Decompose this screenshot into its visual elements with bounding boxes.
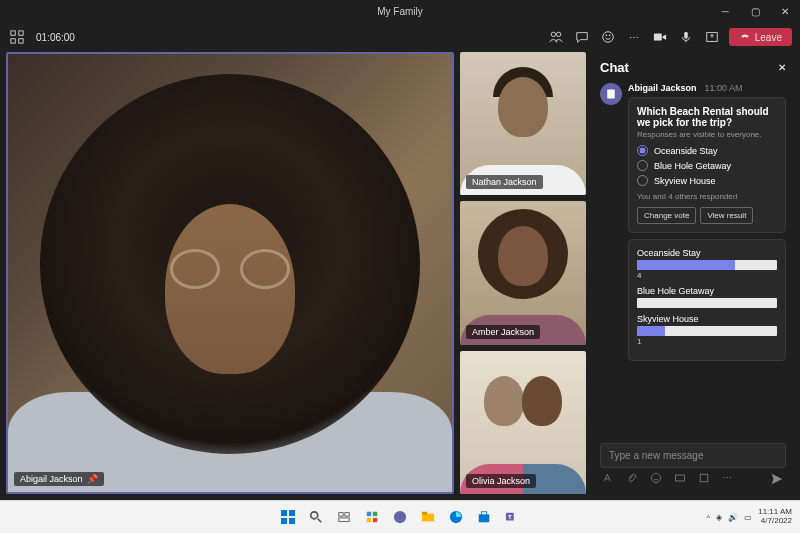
svg-rect-2 xyxy=(11,39,15,43)
emoji-icon[interactable] xyxy=(650,472,664,486)
explorer-icon[interactable] xyxy=(417,506,439,528)
people-icon[interactable] xyxy=(547,28,565,46)
svg-rect-25 xyxy=(345,513,349,517)
svg-point-23 xyxy=(311,512,318,519)
minimize-button[interactable]: ─ xyxy=(710,0,740,22)
store-icon[interactable] xyxy=(473,506,495,528)
svg-rect-10 xyxy=(684,32,688,39)
windows-taskbar[interactable]: T ^ ◈ 🔊 ▭ 11:11 AM 4/7/2022 xyxy=(0,500,800,533)
start-icon[interactable] xyxy=(277,506,299,528)
result-label: Blue Hole Getaway xyxy=(637,286,777,296)
chat-taskbar-icon[interactable] xyxy=(389,506,411,528)
change-vote-button[interactable]: Change vote xyxy=(637,207,696,224)
reactions-icon[interactable] xyxy=(599,28,617,46)
volume-icon[interactable]: 🔊 xyxy=(728,513,738,522)
poll-card: Which Beach Rental should we pick for th… xyxy=(628,97,786,233)
edge-icon[interactable] xyxy=(445,506,467,528)
poll-subtitle: Responses are visible to everyone. xyxy=(637,130,777,139)
task-view-icon[interactable] xyxy=(333,506,355,528)
svg-rect-32 xyxy=(422,514,434,522)
svg-text:T: T xyxy=(508,513,512,520)
more-icon[interactable]: ⋯ xyxy=(625,28,643,46)
widgets-icon[interactable] xyxy=(361,506,383,528)
view-result-button[interactable]: View result xyxy=(700,207,753,224)
participant-name: Amber Jackson xyxy=(472,327,534,337)
poll-question: Which Beach Rental should we pick for th… xyxy=(637,106,777,128)
svg-rect-19 xyxy=(281,510,287,516)
avatar xyxy=(600,83,622,105)
close-chat-icon[interactable]: ✕ xyxy=(778,62,786,73)
svg-point-8 xyxy=(609,35,610,36)
svg-point-6 xyxy=(603,32,614,43)
svg-rect-0 xyxy=(11,31,15,35)
svg-rect-21 xyxy=(281,518,287,524)
gif-icon[interactable] xyxy=(674,472,688,486)
close-button[interactable]: ✕ xyxy=(770,0,800,22)
radio-icon xyxy=(637,145,648,156)
message-time: 11:00 AM xyxy=(705,83,743,93)
participant-tile[interactable]: Nathan Jackson xyxy=(460,52,586,195)
chat-icon[interactable] xyxy=(573,28,591,46)
leave-button[interactable]: Leave xyxy=(729,28,792,46)
camera-icon[interactable] xyxy=(651,28,669,46)
svg-rect-33 xyxy=(422,512,427,515)
main-speaker-tile[interactable]: Abigail Jackson 📌 xyxy=(6,52,454,494)
share-icon[interactable] xyxy=(703,28,721,46)
tray-date: 4/7/2022 xyxy=(758,517,792,526)
system-tray[interactable]: ^ ◈ 🔊 ▭ 11:11 AM 4/7/2022 xyxy=(706,508,792,526)
meeting-main: Abigail Jackson 📌 Nathan Jackson Amber J… xyxy=(0,52,800,500)
format-icon[interactable] xyxy=(602,472,616,486)
svg-rect-13 xyxy=(609,91,614,92)
participant-tile[interactable]: Olivia Jackson xyxy=(460,351,586,494)
more-compose-icon[interactable]: ⋯ xyxy=(722,472,736,486)
svg-rect-9 xyxy=(654,34,662,41)
message-author: Abigail Jackson xyxy=(628,83,697,93)
poll-results: Oceanside Stay 4 Blue Hole Getaway Skyvi… xyxy=(628,239,786,361)
grid-view-icon[interactable] xyxy=(8,28,26,46)
pin-icon: 📌 xyxy=(87,474,98,484)
sticker-icon[interactable] xyxy=(698,472,712,486)
svg-rect-20 xyxy=(289,510,295,516)
participant-name: Olivia Jackson xyxy=(472,476,530,486)
svg-rect-14 xyxy=(609,93,614,94)
attach-icon[interactable] xyxy=(626,472,640,486)
window-controls: ─ ▢ ✕ xyxy=(710,0,800,22)
chevron-up-icon[interactable]: ^ xyxy=(706,513,710,522)
svg-point-7 xyxy=(606,35,607,36)
radio-icon xyxy=(637,175,648,186)
clock[interactable]: 11:11 AM 4/7/2022 xyxy=(758,508,792,526)
svg-point-16 xyxy=(652,474,661,483)
meeting-toolbar: 01:06:00 ⋯ Leave xyxy=(0,22,800,52)
result-count: 1 xyxy=(637,337,777,346)
compose-toolbar: ⋯ xyxy=(600,468,786,486)
poll-option[interactable]: Skyview House xyxy=(637,175,777,186)
speaker-name: Abigail Jackson xyxy=(20,474,83,484)
svg-rect-22 xyxy=(289,518,295,524)
svg-rect-3 xyxy=(19,39,23,43)
svg-rect-28 xyxy=(373,512,377,516)
battery-icon[interactable]: ▭ xyxy=(744,513,752,522)
search-icon[interactable] xyxy=(305,506,327,528)
chat-panel: Chat ✕ Abigail Jackson 11:00 AM Which Be… xyxy=(592,52,794,494)
speaker-nametag: Abigail Jackson 📌 xyxy=(14,472,104,486)
participant-tile[interactable]: Amber Jackson xyxy=(460,201,586,344)
wifi-icon[interactable]: ◈ xyxy=(716,513,722,522)
titlebar: My Family ─ ▢ ✕ xyxy=(0,0,800,22)
poll-option[interactable]: Oceanside Stay xyxy=(637,145,777,156)
svg-rect-15 xyxy=(609,96,612,97)
message-input[interactable]: Type a new message xyxy=(600,443,786,468)
teams-icon[interactable]: T xyxy=(501,506,523,528)
svg-rect-18 xyxy=(700,474,708,482)
send-icon[interactable] xyxy=(770,472,784,486)
participant-thumbnails: Nathan Jackson Amber Jackson Olivia Jack… xyxy=(460,52,586,494)
window-title: My Family xyxy=(377,6,423,17)
chat-title: Chat xyxy=(600,60,629,75)
poll-option[interactable]: Blue Hole Getaway xyxy=(637,160,777,171)
mic-icon[interactable] xyxy=(677,28,695,46)
result-label: Oceanside Stay xyxy=(637,248,777,258)
svg-point-31 xyxy=(394,511,406,523)
svg-point-4 xyxy=(551,32,555,36)
call-timer: 01:06:00 xyxy=(36,32,75,43)
svg-rect-17 xyxy=(676,475,685,481)
maximize-button[interactable]: ▢ xyxy=(740,0,770,22)
